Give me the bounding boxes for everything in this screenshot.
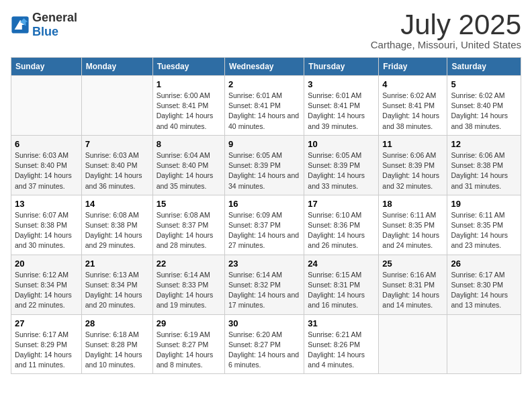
- calendar-cell: 18Sunrise: 6:11 AMSunset: 8:35 PMDayligh…: [379, 195, 447, 255]
- day-number: 11: [382, 139, 443, 149]
- day-number: 5: [451, 79, 517, 89]
- day-number: 7: [85, 139, 149, 149]
- day-detail: Sunrise: 6:06 AMSunset: 8:38 PMDaylight:…: [451, 151, 508, 190]
- day-detail: Sunrise: 6:02 AMSunset: 8:41 PMDaylight:…: [382, 91, 439, 130]
- calendar-cell: 9Sunrise: 6:05 AMSunset: 8:39 PMDaylight…: [225, 135, 304, 195]
- day-detail: Sunrise: 6:13 AMSunset: 8:34 PMDaylight:…: [85, 271, 142, 310]
- day-detail: Sunrise: 6:01 AMSunset: 8:41 PMDaylight:…: [308, 91, 365, 130]
- calendar-cell: [81, 76, 152, 136]
- calendar-cell: 16Sunrise: 6:09 AMSunset: 8:37 PMDayligh…: [225, 195, 304, 255]
- logo-icon: [11, 15, 30, 34]
- calendar-cell: 28Sunrise: 6:18 AMSunset: 8:28 PMDayligh…: [81, 314, 152, 374]
- day-number: 3: [308, 79, 375, 89]
- day-number: 16: [228, 199, 300, 209]
- day-number: 13: [15, 199, 78, 209]
- day-detail: Sunrise: 6:07 AMSunset: 8:38 PMDaylight:…: [15, 211, 72, 250]
- day-detail: Sunrise: 6:11 AMSunset: 8:35 PMDaylight:…: [382, 211, 439, 250]
- calendar-cell: [11, 76, 82, 136]
- day-number: 31: [308, 318, 375, 328]
- day-number: 28: [85, 318, 149, 328]
- page-header: General Blue July 2025 Carthage, Missour…: [11, 11, 521, 50]
- calendar-cell: 30Sunrise: 6:20 AMSunset: 8:27 PMDayligh…: [225, 314, 304, 374]
- day-detail: Sunrise: 6:03 AMSunset: 8:40 PMDaylight:…: [85, 151, 142, 190]
- calendar-cell: 10Sunrise: 6:05 AMSunset: 8:39 PMDayligh…: [304, 135, 379, 195]
- weekday-header: Monday: [81, 58, 152, 76]
- day-detail: Sunrise: 6:04 AMSunset: 8:40 PMDaylight:…: [157, 151, 214, 190]
- day-number: 19: [451, 199, 517, 209]
- day-number: 27: [15, 318, 78, 328]
- day-number: 25: [382, 259, 443, 269]
- day-detail: Sunrise: 6:09 AMSunset: 8:37 PMDaylight:…: [228, 211, 299, 250]
- day-number: 6: [15, 139, 78, 149]
- calendar-week-row: 27Sunrise: 6:17 AMSunset: 8:29 PMDayligh…: [11, 314, 521, 374]
- day-detail: Sunrise: 6:14 AMSunset: 8:32 PMDaylight:…: [228, 271, 299, 310]
- calendar-cell: 24Sunrise: 6:15 AMSunset: 8:31 PMDayligh…: [304, 255, 379, 314]
- calendar-cell: 13Sunrise: 6:07 AMSunset: 8:38 PMDayligh…: [11, 195, 82, 255]
- day-number: 1: [157, 79, 221, 89]
- calendar-cell: 7Sunrise: 6:03 AMSunset: 8:40 PMDaylight…: [81, 135, 152, 195]
- calendar-week-row: 13Sunrise: 6:07 AMSunset: 8:38 PMDayligh…: [11, 195, 521, 255]
- calendar-cell: [447, 314, 521, 374]
- day-number: 20: [15, 259, 78, 269]
- calendar-cell: 20Sunrise: 6:12 AMSunset: 8:34 PMDayligh…: [11, 255, 82, 314]
- day-number: 8: [157, 139, 221, 149]
- calendar-week-row: 1Sunrise: 6:00 AMSunset: 8:41 PMDaylight…: [11, 76, 521, 136]
- day-number: 30: [228, 318, 300, 328]
- day-detail: Sunrise: 6:17 AMSunset: 8:30 PMDaylight:…: [451, 271, 508, 310]
- calendar-cell: 17Sunrise: 6:10 AMSunset: 8:36 PMDayligh…: [304, 195, 379, 255]
- weekday-header: Wednesday: [225, 58, 304, 76]
- main-title: July 2025: [371, 11, 521, 39]
- day-detail: Sunrise: 6:02 AMSunset: 8:40 PMDaylight:…: [451, 91, 508, 130]
- day-number: 15: [157, 199, 221, 209]
- logo-blue: Blue: [32, 25, 58, 38]
- weekday-header: Thursday: [304, 58, 379, 76]
- day-detail: Sunrise: 6:12 AMSunset: 8:34 PMDaylight:…: [15, 271, 72, 310]
- weekday-header: Tuesday: [152, 58, 224, 76]
- calendar-header-row: SundayMondayTuesdayWednesdayThursdayFrid…: [11, 58, 521, 76]
- day-detail: Sunrise: 6:05 AMSunset: 8:39 PMDaylight:…: [228, 151, 299, 190]
- day-number: 2: [228, 79, 300, 89]
- day-number: 26: [451, 259, 517, 269]
- day-detail: Sunrise: 6:20 AMSunset: 8:27 PMDaylight:…: [228, 330, 299, 369]
- day-detail: Sunrise: 6:00 AMSunset: 8:41 PMDaylight:…: [157, 91, 214, 130]
- calendar-cell: 19Sunrise: 6:11 AMSunset: 8:35 PMDayligh…: [447, 195, 521, 255]
- calendar-cell: 2Sunrise: 6:01 AMSunset: 8:41 PMDaylight…: [225, 76, 304, 136]
- calendar-cell: 25Sunrise: 6:16 AMSunset: 8:31 PMDayligh…: [379, 255, 447, 314]
- day-detail: Sunrise: 6:14 AMSunset: 8:33 PMDaylight:…: [157, 271, 214, 310]
- weekday-header: Friday: [379, 58, 447, 76]
- day-detail: Sunrise: 6:15 AMSunset: 8:31 PMDaylight:…: [308, 271, 365, 310]
- day-number: 14: [85, 199, 149, 209]
- logo: General Blue: [11, 11, 77, 39]
- calendar-cell: 27Sunrise: 6:17 AMSunset: 8:29 PMDayligh…: [11, 314, 82, 374]
- day-number: 23: [228, 259, 300, 269]
- day-number: 4: [382, 79, 443, 89]
- day-number: 29: [157, 318, 221, 328]
- calendar-cell: 3Sunrise: 6:01 AMSunset: 8:41 PMDaylight…: [304, 76, 379, 136]
- calendar-week-row: 20Sunrise: 6:12 AMSunset: 8:34 PMDayligh…: [11, 255, 521, 314]
- calendar-cell: 29Sunrise: 6:19 AMSunset: 8:27 PMDayligh…: [152, 314, 224, 374]
- calendar-cell: 11Sunrise: 6:06 AMSunset: 8:39 PMDayligh…: [379, 135, 447, 195]
- calendar-cell: 4Sunrise: 6:02 AMSunset: 8:41 PMDaylight…: [379, 76, 447, 136]
- logo-text: General Blue: [32, 11, 77, 39]
- calendar-table: SundayMondayTuesdayWednesdayThursdayFrid…: [11, 57, 521, 374]
- day-number: 22: [157, 259, 221, 269]
- day-detail: Sunrise: 6:16 AMSunset: 8:31 PMDaylight:…: [382, 271, 439, 310]
- day-detail: Sunrise: 6:11 AMSunset: 8:35 PMDaylight:…: [451, 211, 508, 250]
- calendar-cell: 12Sunrise: 6:06 AMSunset: 8:38 PMDayligh…: [447, 135, 521, 195]
- day-number: 24: [308, 259, 375, 269]
- day-detail: Sunrise: 6:08 AMSunset: 8:38 PMDaylight:…: [85, 211, 142, 250]
- day-detail: Sunrise: 6:18 AMSunset: 8:28 PMDaylight:…: [85, 330, 142, 369]
- logo-general: General: [32, 11, 77, 24]
- day-detail: Sunrise: 6:05 AMSunset: 8:39 PMDaylight:…: [308, 151, 365, 190]
- day-detail: Sunrise: 6:03 AMSunset: 8:40 PMDaylight:…: [15, 151, 72, 190]
- day-detail: Sunrise: 6:06 AMSunset: 8:39 PMDaylight:…: [382, 151, 439, 190]
- calendar-cell: 1Sunrise: 6:00 AMSunset: 8:41 PMDaylight…: [152, 76, 224, 136]
- calendar-cell: [379, 314, 447, 374]
- calendar-cell: 15Sunrise: 6:08 AMSunset: 8:37 PMDayligh…: [152, 195, 224, 255]
- calendar-cell: 5Sunrise: 6:02 AMSunset: 8:40 PMDaylight…: [447, 76, 521, 136]
- day-number: 18: [382, 199, 443, 209]
- day-detail: Sunrise: 6:19 AMSunset: 8:27 PMDaylight:…: [157, 330, 214, 369]
- day-number: 12: [451, 139, 517, 149]
- day-detail: Sunrise: 6:21 AMSunset: 8:26 PMDaylight:…: [308, 330, 365, 369]
- calendar-cell: 21Sunrise: 6:13 AMSunset: 8:34 PMDayligh…: [81, 255, 152, 314]
